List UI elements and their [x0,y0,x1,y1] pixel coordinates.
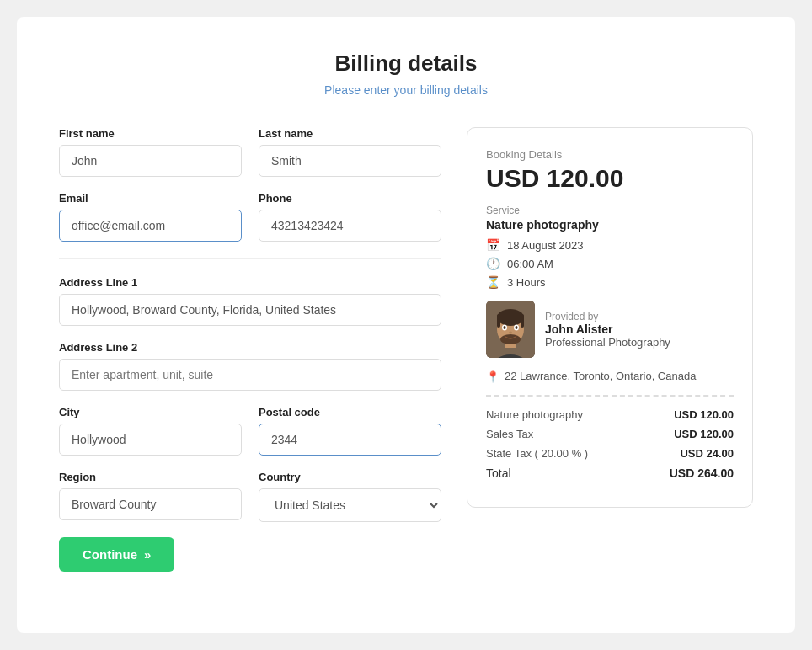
booking-date-text: 18 August 2023 [507,239,583,252]
continue-label: Continue [83,547,137,562]
svg-point-7 [500,334,521,344]
time-icon: 🕐 [486,257,500,270]
line-item-0-label: Nature photography [486,408,583,421]
city-label: City [59,406,242,418]
address1-label: Address Line 1 [59,276,441,289]
provider-info: Provided by John Alister Professional Ph… [545,311,670,349]
country-label: Country [259,471,441,483]
region-country-row: Region Country United States Canada Unit… [59,471,441,522]
first-name-label: First name [59,127,242,140]
last-name-group: Last name [259,127,441,177]
booking-amount: USD 120.00 [486,164,734,193]
svg-point-4 [497,309,524,326]
line-item-1: Sales Tax USD 120.00 [486,428,734,440]
address2-group: Address Line 2 [59,341,441,391]
city-postal-row: City Postal code [59,406,441,456]
booking-card: Booking Details USD 120.00 Service Natur… [467,127,753,508]
contact-row: Email Phone [59,192,441,242]
country-group: Country United States Canada United King… [259,471,441,522]
email-group: Email [59,192,242,242]
booking-duration-text: 3 Hours [507,276,546,289]
svg-point-11 [516,326,518,329]
name-row: First name Last name [59,127,441,177]
postal-label: Postal code [259,406,441,418]
email-input[interactable] [59,210,242,242]
provided-by-label: Provided by [545,311,670,322]
address2-label: Address Line 2 [59,341,441,354]
page-wrapper: Billing details Please enter your billin… [17,17,795,633]
service-name: Nature photography [486,218,734,232]
continue-arrow-icon: » [144,547,151,562]
provider-type: Professional Photography [545,336,670,349]
svg-rect-5 [497,314,500,328]
service-label: Service [486,205,734,216]
date-icon: 📅 [486,238,500,252]
address1-group: Address Line 1 [59,276,441,326]
svg-rect-6 [521,314,524,328]
address1-input[interactable] [59,294,441,326]
postal-group: Postal code [259,406,441,456]
last-name-label: Last name [259,127,441,140]
total-amount: USD 264.00 [670,466,734,480]
line-item-0: Nature photography USD 120.00 [486,408,734,421]
country-select[interactable]: United States Canada United Kingdom Aust… [259,488,441,522]
booking-date: 📅 18 August 2023 [486,238,734,252]
region-group: Region [59,471,242,522]
city-input[interactable] [59,424,242,456]
region-label: Region [59,471,242,483]
email-label: Email [59,192,242,205]
booking-duration: ⏳ 3 Hours [486,275,734,289]
line-item-2-label: State Tax ( 20.00 % ) [486,447,588,460]
main-layout: First name Last name Email Phone [59,127,753,572]
svg-point-10 [504,326,506,329]
provider-avatar [486,301,535,358]
duration-icon: ⏳ [486,275,500,289]
total-row: Total USD 264.00 [486,466,734,480]
phone-input[interactable] [259,210,441,242]
page-subtitle: Please enter your billing details [59,83,753,97]
booking-divider [486,395,734,397]
page-title: Billing details [59,51,753,77]
first-name-input[interactable] [59,145,242,177]
line-item-0-amount: USD 120.00 [674,408,734,421]
line-items: Nature photography USD 120.00 Sales Tax … [486,408,734,460]
total-label: Total [486,466,511,480]
booking-section-label: Booking Details [486,148,734,161]
continue-button[interactable]: Continue » [59,537,174,572]
region-input[interactable] [59,488,242,520]
phone-label: Phone [259,192,441,205]
location-row: 📍 22 Lawrance, Toronto, Ontario, Canada [486,370,734,383]
avatar-placeholder [486,301,535,358]
svg-point-12 [509,332,512,334]
phone-group: Phone [259,192,441,242]
location-icon: 📍 [486,370,499,383]
booking-time: 🕐 06:00 AM [486,257,734,270]
booking-time-text: 06:00 AM [507,258,553,270]
line-item-2: State Tax ( 20.00 % ) USD 24.00 [486,447,734,460]
last-name-input[interactable] [259,145,441,177]
line-item-1-label: Sales Tax [486,428,533,440]
line-item-2-amount: USD 24.00 [680,447,734,460]
provider-row: Provided by John Alister Professional Ph… [486,301,734,358]
city-group: City [59,406,242,456]
provider-name: John Alister [545,322,670,336]
form-divider [59,258,441,259]
address2-input[interactable] [59,359,441,391]
location-text: 22 Lawrance, Toronto, Ontario, Canada [505,370,696,382]
form-section: First name Last name Email Phone [59,127,441,572]
line-item-1-amount: USD 120.00 [674,428,734,440]
first-name-group: First name [59,127,242,177]
postal-input[interactable] [259,424,441,456]
